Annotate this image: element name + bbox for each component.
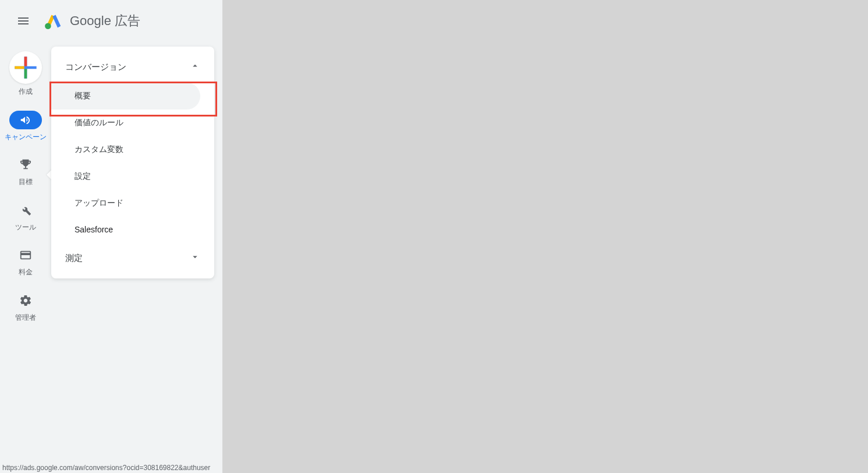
main-content-area xyxy=(222,0,868,473)
google-ads-logo-icon xyxy=(44,13,63,29)
rail-create-label: 作成 xyxy=(19,87,33,97)
plus-icon xyxy=(9,51,42,84)
submenu-item-overview[interactable]: 概要 xyxy=(51,83,200,110)
submenu-item-salesforce[interactable]: Salesforce xyxy=(51,217,214,242)
measurement-label: 測定 xyxy=(65,253,83,264)
rail-billing-label: 料金 xyxy=(19,268,33,277)
conversions-label: コンバージョン xyxy=(65,62,126,73)
rail-goals-label: 目標 xyxy=(19,178,33,187)
custom-vars-label: カスタム変数 xyxy=(75,144,123,154)
submenu-item-settings[interactable]: 設定 xyxy=(51,163,214,190)
rail-campaigns-button[interactable]: キャンペーン xyxy=(0,111,51,142)
goals-submenu: コンバージョン 概要 価値のルール カスタム変数 設定 アップロード Sales… xyxy=(51,47,214,278)
settings-label: 設定 xyxy=(75,171,91,181)
rail-admin-label: 管理者 xyxy=(15,313,36,323)
product-name: Google 広告 xyxy=(70,12,140,30)
admin-icon-wrap xyxy=(9,291,42,310)
rail-create-button[interactable]: 作成 xyxy=(0,51,51,97)
submenu-item-upload[interactable]: アップロード xyxy=(51,190,214,217)
rail-billing-button[interactable]: 料金 xyxy=(0,246,51,277)
megaphone-icon xyxy=(19,114,32,126)
value-rules-label: 価値のルール xyxy=(75,118,123,127)
rail-tools-label: ツール xyxy=(15,223,36,232)
tools-icon-wrap xyxy=(9,201,42,220)
billing-icon-wrap xyxy=(9,246,42,264)
submenu-section-measurement[interactable]: 測定 xyxy=(51,242,214,274)
upload-label: アップロード xyxy=(75,198,123,207)
hamburger-menu-button[interactable] xyxy=(9,7,37,35)
overview-label: 概要 xyxy=(75,91,91,100)
browser-status-url: https://ads.google.com/aw/conversions?oc… xyxy=(0,463,222,473)
rail-tools-button[interactable]: ツール xyxy=(0,201,51,232)
left-nav-rail: 作成 キャンペーン 目標 ツール 料金 xyxy=(0,42,51,473)
credit-card-icon xyxy=(19,249,32,262)
rail-campaigns-label: キャンペーン xyxy=(5,133,47,142)
rail-goals-button[interactable]: 目標 xyxy=(0,156,51,187)
submenu-section-conversions[interactable]: コンバージョン xyxy=(51,51,214,83)
goals-icon-wrap xyxy=(9,156,42,174)
trophy-icon xyxy=(19,158,32,171)
gear-icon xyxy=(19,294,32,307)
logo-section: Google 広告 xyxy=(44,12,140,30)
submenu-item-value-rules[interactable]: 価値のルール xyxy=(51,110,214,136)
tools-icon xyxy=(19,204,32,217)
campaigns-pill xyxy=(9,111,42,129)
chevron-down-icon xyxy=(190,252,200,264)
plus-circle xyxy=(9,51,42,84)
chevron-up-icon xyxy=(190,61,200,73)
hamburger-icon xyxy=(16,14,30,28)
submenu-item-custom-vars[interactable]: カスタム変数 xyxy=(51,136,214,163)
rail-admin-button[interactable]: 管理者 xyxy=(0,291,51,323)
salesforce-label: Salesforce xyxy=(75,225,113,234)
svg-point-0 xyxy=(45,23,51,30)
